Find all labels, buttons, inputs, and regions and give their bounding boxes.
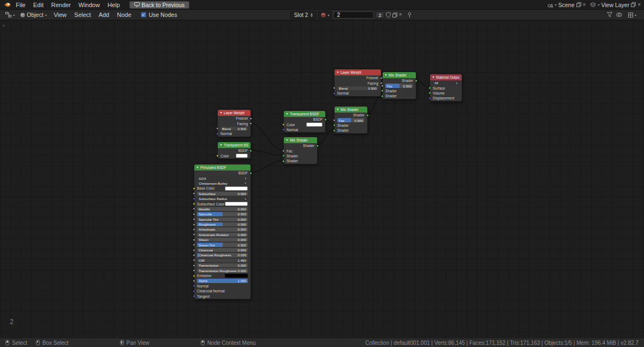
socket-value[interactable]	[249, 117, 252, 120]
fake-user-shield-icon[interactable]	[386, 12, 391, 18]
subsurface-color-swatch[interactable]	[225, 202, 248, 205]
socket-color[interactable]	[216, 155, 219, 157]
node-header[interactable]: Principled BSDF	[194, 164, 251, 170]
overlays-icon[interactable]	[616, 12, 622, 17]
socket-value[interactable]	[333, 119, 336, 122]
socket-value[interactable]	[193, 233, 195, 236]
socket-value[interactable]	[193, 264, 195, 267]
menu-window[interactable]: Window	[75, 2, 104, 8]
menu-add[interactable]: Add	[95, 11, 114, 18]
blender-logo[interactable]	[3, 2, 11, 8]
socket-shader[interactable]	[333, 124, 336, 127]
menu-select[interactable]: Select	[70, 11, 95, 18]
socket-shader[interactable]	[316, 144, 319, 147]
material-name-field[interactable]: 2	[333, 11, 374, 19]
editor-type-button[interactable]: ▾	[3, 11, 17, 19]
socket-color[interactable]	[282, 123, 285, 126]
socket-shader[interactable]	[282, 155, 285, 157]
node-mix-shader-2[interactable]: Mix ShaderShaderFac0.500ShaderShader	[334, 106, 368, 134]
node-mix-shader-3[interactable]: Mix ShaderShaderFacShaderShader	[283, 137, 318, 164]
color-swatch[interactable]	[306, 122, 323, 126]
collapse-icon[interactable]	[337, 109, 339, 110]
node-header[interactable]: Mix Shader	[335, 107, 367, 113]
socket-shader[interactable]	[249, 172, 252, 174]
base-color-swatch[interactable]	[225, 186, 248, 190]
menu-view[interactable]: View	[50, 11, 70, 18]
socket-value[interactable]	[193, 192, 195, 195]
collapse-icon[interactable]	[286, 139, 288, 141]
menu-render[interactable]: Render	[47, 2, 75, 8]
menu-node[interactable]: Node	[113, 11, 135, 18]
fac-slider[interactable]: Fac0.500	[337, 118, 365, 122]
socket-vector[interactable]	[428, 97, 431, 99]
socket-shader[interactable]	[428, 87, 431, 90]
specular-tint-slider[interactable]: Specular Tint0.000	[197, 217, 248, 221]
socket-value[interactable]	[249, 122, 252, 125]
ior-field[interactable]: IOR1.450	[197, 258, 248, 262]
blend-field[interactable]: Blend0.500	[220, 127, 248, 131]
sheen-slider[interactable]: Sheen0.000	[197, 238, 248, 242]
socket-color[interactable]	[193, 203, 195, 205]
back-to-previous-button[interactable]: Back to Previous	[129, 1, 190, 9]
collapse-icon[interactable]	[286, 113, 288, 115]
socket-value[interactable]	[193, 208, 195, 210]
socket-shader[interactable]	[333, 129, 336, 132]
use-nodes-checkbox[interactable]: ✓ Use Nodes	[141, 11, 177, 18]
node-transparent-bsdf-1[interactable]: Transparent BSDFBSDFColorNormal	[283, 110, 326, 133]
anisotropic-slider[interactable]: Anisotropic0.000	[197, 227, 248, 231]
socket-shader[interactable]	[366, 114, 369, 116]
socket-vector[interactable]	[193, 290, 195, 292]
collapse-icon[interactable]	[432, 77, 434, 78]
emission-swatch[interactable]	[225, 274, 248, 278]
node-header[interactable]: Layer Weight	[218, 110, 251, 116]
socket-value[interactable]	[193, 249, 195, 251]
node-layer-weight-2[interactable]: Layer WeightFresnelFacingBlend0.500Norma…	[217, 109, 251, 137]
subsurface-slider[interactable]: Subsurface0.000	[197, 192, 248, 196]
blend-field[interactable]: Blend0.500	[337, 86, 378, 90]
socket-value[interactable]	[193, 269, 195, 272]
new-scene-icon[interactable]	[576, 2, 581, 7]
socket-shader[interactable]	[282, 160, 285, 162]
sidebar-toggle-icon[interactable]: ›	[3, 23, 4, 28]
node-header[interactable]: Transparent BSDF	[284, 111, 325, 117]
close-icon[interactable]: ×	[583, 2, 586, 8]
color-swatch[interactable]	[236, 154, 248, 157]
socket-value[interactable]	[193, 238, 195, 241]
unlink-icon[interactable]: ×	[399, 12, 402, 17]
node-material-output[interactable]: Material OutputAll▾SurfaceVolumeDisplace…	[430, 74, 462, 102]
scene-selector[interactable]: ▾ Scene ×	[547, 2, 586, 8]
socket-value[interactable]	[381, 85, 384, 87]
node-header[interactable]: Mix Shader	[284, 137, 317, 143]
socket-vector[interactable]	[282, 128, 285, 131]
socket-shader[interactable]	[324, 118, 327, 121]
node-principled-bsdf[interactable]: Principled BSDFBSDFGGX▾Christensen-Burle…	[194, 164, 251, 299]
anisotropic-rotation-slider[interactable]: Anisotropic Rotation0.000	[197, 233, 248, 237]
socket-value[interactable]	[193, 228, 195, 231]
socket-shader[interactable]	[381, 95, 384, 97]
collapse-icon[interactable]	[220, 144, 222, 146]
filter-icon[interactable]	[607, 12, 612, 17]
material-users-count[interactable]: 2	[375, 11, 384, 19]
node-transparent-bsdf-2[interactable]: Transparent BSDFBSDFColor	[217, 142, 251, 159]
subsurface-radius-dropdown[interactable]: Subsurface Radius▾	[197, 197, 248, 201]
node-header[interactable]: Layer Weight	[335, 69, 381, 75]
christensen-burley-dropdown[interactable]: Christensen-Burley▾	[197, 181, 248, 185]
new-view-layer-icon[interactable]	[631, 2, 636, 7]
socket-color[interactable]	[193, 187, 195, 190]
socket-vector[interactable]	[193, 197, 195, 200]
ggx-dropdown[interactable]: GGX▾	[197, 176, 248, 180]
close-icon[interactable]: ×	[637, 2, 641, 8]
view-layer-selector[interactable]: ▾ View Layer ×	[590, 2, 641, 8]
fac-slider[interactable]: Fac0.500	[385, 84, 413, 87]
socket-shader[interactable]	[415, 79, 418, 82]
socket-shader[interactable]	[249, 149, 252, 152]
sheen-tint-slider[interactable]: Sheen Tint0.500	[197, 243, 248, 246]
socket-shader[interactable]	[381, 90, 384, 92]
socket-value[interactable]	[193, 254, 195, 256]
socket-value[interactable]	[216, 127, 219, 130]
collapse-icon[interactable]	[196, 167, 199, 168]
socket-value[interactable]	[282, 150, 285, 152]
metallic-slider[interactable]: Metallic0.000	[197, 207, 248, 211]
clearcoat-slider[interactable]: Clearcoat0.000	[197, 248, 248, 252]
roughness-slider[interactable]: Roughness0.500	[197, 222, 248, 226]
